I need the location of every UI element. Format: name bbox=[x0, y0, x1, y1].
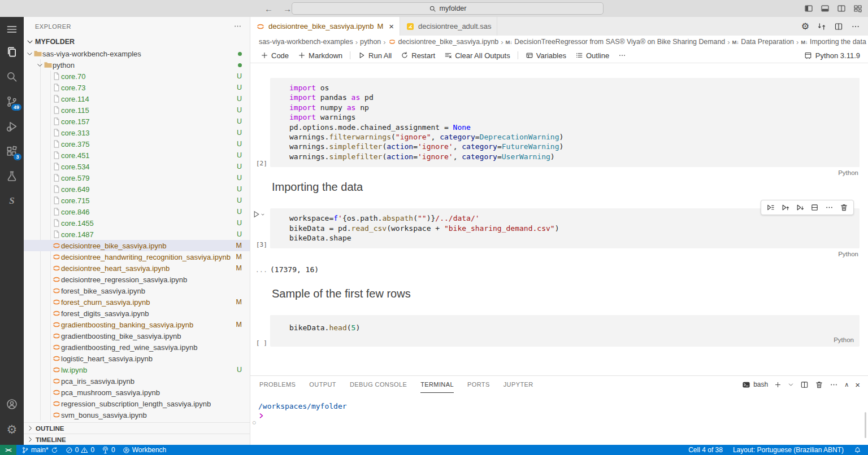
tree-item-gradientboosting_red_wine_sasviya.ipynb[interactable]: gradientboosting_red_wine_sasviya.ipynb bbox=[24, 342, 250, 353]
code-cell[interactable]: workspace=f'{os.path.abspath("")}/../dat… bbox=[270, 208, 860, 248]
tree-item-pca_mushroom_sasviya.ipynb[interactable]: pca_mushroom_sasviya.ipynb bbox=[24, 387, 250, 398]
terminal[interactable]: /workspaces/myfolder ○ bbox=[250, 393, 868, 445]
close-panel-icon[interactable]: × bbox=[855, 380, 860, 390]
tree-item-core.649[interactable]: core.649U bbox=[24, 183, 250, 195]
toolbar-run-all-button[interactable]: Run All bbox=[353, 48, 396, 63]
markdown-cell[interactable]: Sample of the first few rows bbox=[272, 287, 860, 300]
keyboard-layout-status[interactable]: Layout: Portuguese (Brazilian ABNT) bbox=[733, 446, 844, 454]
panel-tab-terminal[interactable]: TERMINAL bbox=[420, 376, 454, 393]
code-cell[interactable]: import osimport pandas as pdimport numpy… bbox=[270, 78, 860, 167]
activity-bar-sas-extension[interactable]: S bbox=[0, 189, 24, 213]
tree-item-decisiontree_bike_sasviya.ipynb[interactable]: decisiontree_bike_sasviya.ipynbM bbox=[24, 240, 250, 251]
tree-item-gradientboosting_bike_sasviya.ipynb[interactable]: gradientboosting_bike_sasviya.ipynb bbox=[24, 330, 250, 342]
breadcrumb-item[interactable]: decisiontree_bike_sasviya.ipynb bbox=[388, 38, 499, 46]
toolbar-add-code-button[interactable]: Code bbox=[256, 48, 293, 63]
tree-item-core.70[interactable]: core.70U bbox=[24, 71, 250, 82]
activity-bar-extensions[interactable]: 3 bbox=[0, 139, 24, 164]
editor-tab-decisiontree_bike_sasviya.ipynb[interactable]: decisiontree_bike_sasviya.ipynbM× bbox=[250, 17, 400, 36]
ports-status[interactable]: 0 bbox=[102, 446, 115, 454]
kernel-picker[interactable]: Python 3.11.9 bbox=[804, 51, 868, 60]
command-center-search[interactable]: myfolder bbox=[292, 2, 604, 15]
tree-item-gradientboosting_banking_sasviya.ipynb[interactable]: gradientboosting_banking_sasviya.ipynbM bbox=[24, 319, 250, 330]
markdown-cell[interactable]: Importing the data bbox=[272, 181, 860, 194]
panel-tab-debug-console[interactable]: DEBUG CONSOLE bbox=[350, 376, 407, 393]
breadcrumb-item[interactable]: M↓Importing the data bbox=[801, 38, 866, 46]
terminal-shell-selector[interactable]: bash bbox=[742, 380, 768, 389]
tree-item-core.451[interactable]: core.451U bbox=[24, 150, 250, 161]
maximize-panel-icon[interactable]: ∧ bbox=[844, 381, 849, 388]
problems-status[interactable]: 00 bbox=[66, 446, 94, 454]
tree-item-svm_bonus_sasviya.ipynb[interactable]: svm_bonus_sasviya.ipynb bbox=[24, 409, 250, 421]
cell-language-label[interactable]: Python bbox=[838, 169, 858, 176]
tree-item-core.715[interactable]: core.715U bbox=[24, 195, 250, 206]
sidebar-section-timeline[interactable]: TIMELINE bbox=[24, 434, 250, 445]
tree-item-core.579[interactable]: core.579U bbox=[24, 172, 250, 183]
close-tab-icon[interactable]: × bbox=[389, 21, 394, 31]
tree-item-core.115[interactable]: core.115U bbox=[24, 104, 250, 116]
breadcrumb-item[interactable]: python bbox=[360, 38, 381, 46]
editor-tab-decisiontree_adult.sas[interactable]: decisiontree_adult.sas bbox=[400, 17, 497, 36]
panel-tab-ports[interactable]: PORTS bbox=[467, 376, 490, 393]
panel-tab-jupyter[interactable]: JUPYTER bbox=[504, 376, 533, 393]
toolbar-clear-all-outputs-button[interactable]: Clear All Outputs bbox=[440, 48, 515, 63]
tree-item-core.1487[interactable]: core.1487U bbox=[24, 229, 250, 240]
tree-item-pca_iris_sasviya.ipynb[interactable]: pca_iris_sasviya.ipynb bbox=[24, 375, 250, 387]
tree-item-core.534[interactable]: core.534U bbox=[24, 161, 250, 172]
explorer-root-folder[interactable]: MYFOLDER bbox=[24, 36, 250, 48]
cell-position-status[interactable]: Cell 4 of 38 bbox=[688, 446, 723, 454]
tree-item-core.114[interactable]: core.114U bbox=[24, 93, 250, 104]
activity-bar-menu[interactable] bbox=[0, 19, 24, 40]
tree-item-sas-viya-workbench-examples[interactable]: sas-viya-workbench-examples bbox=[24, 48, 250, 59]
cell-language-label[interactable]: Python bbox=[838, 251, 858, 257]
run-cell-button[interactable] bbox=[252, 210, 265, 218]
toolbar-variables-button[interactable]: Variables bbox=[521, 48, 571, 63]
tree-item-core.313[interactable]: core.313U bbox=[24, 127, 250, 138]
tree-item-decisiontree_regression_sasviya.ipynb[interactable]: decisiontree_regression_sasviya.ipynb bbox=[24, 274, 250, 285]
activity-bar-search[interactable] bbox=[0, 64, 24, 89]
workbench-account-status[interactable]: Workbench bbox=[123, 446, 166, 454]
tree-item-lw.ipynb[interactable]: lw.ipynbU bbox=[24, 364, 250, 375]
tree-item-logistic_heart_sasviya.ipynb[interactable]: logistic_heart_sasviya.ipynb bbox=[24, 353, 250, 364]
toolbar-restart-button[interactable]: Restart bbox=[396, 48, 440, 63]
code-cell[interactable]: bikeData.head(5)[ ]Python bbox=[270, 315, 860, 346]
sidebar-section-outline[interactable]: OUTLINE bbox=[24, 422, 250, 434]
cell-language-label[interactable]: Python bbox=[834, 336, 854, 343]
notebook-settings-icon[interactable]: ⚙ bbox=[801, 22, 809, 31]
git-branch-status[interactable]: main* bbox=[21, 446, 58, 454]
breadcrumb-item[interactable]: sas-viya-workbench-examples bbox=[259, 38, 353, 46]
toolbar-outline-button[interactable]: Outline bbox=[571, 48, 614, 63]
tree-item-forest_churn_sasviya.ipynb[interactable]: forest_churn_sasviya.ipynbM bbox=[24, 296, 250, 308]
tree-item-decisiontree_heart_sasviya.ipynb[interactable]: decisiontree_heart_sasviya.ipynbM bbox=[24, 262, 250, 274]
activity-bar-settings[interactable]: ⚙ bbox=[0, 417, 24, 441]
command-decoration-icon[interactable]: ○ bbox=[253, 419, 255, 425]
activity-bar-explorer[interactable] bbox=[0, 40, 24, 64]
tree-item-core.846[interactable]: core.846U bbox=[24, 206, 250, 217]
toolbar-add-markdown-button[interactable]: Markdown bbox=[293, 48, 347, 63]
activity-bar-testing[interactable] bbox=[0, 164, 24, 189]
tree-item-core.73[interactable]: core.73U bbox=[24, 82, 250, 93]
remote-indicator[interactable]: >< bbox=[0, 445, 16, 455]
breadcrumb-item[interactable]: M↓Data Preparation bbox=[732, 38, 794, 46]
tree-item-forest_bike_sasviya.ipynb[interactable]: forest_bike_sasviya.ipynb bbox=[24, 285, 250, 296]
plus-icon bbox=[261, 51, 268, 59]
notifications-bell-icon[interactable] bbox=[854, 447, 861, 454]
panel-tab-output[interactable]: OUTPUT bbox=[309, 376, 336, 393]
panel-tab-problems[interactable]: PROBLEMS bbox=[259, 376, 296, 393]
tree-item-regression_subscription_length_sasviya.ipynb[interactable]: regression_subscription_length_sasviya.i… bbox=[24, 398, 250, 409]
tree-item-decisiontree_handwriting_recognition_sasviya.ipynb[interactable]: decisiontree_handwriting_recognition_sas… bbox=[24, 251, 250, 262]
activity-bar-source-control[interactable]: 49 bbox=[0, 89, 24, 114]
activity-bar-run-and-debug[interactable] bbox=[0, 114, 24, 139]
activity-bar-accounts[interactable] bbox=[0, 392, 24, 417]
tree-item-forest_digits_sasviya.ipynb[interactable]: forest_digits_sasviya.ipynb bbox=[24, 308, 250, 319]
tree-item-core.157[interactable]: core.157U bbox=[24, 116, 250, 127]
output-gutter[interactable]: ... bbox=[255, 266, 267, 274]
nav-back-icon[interactable]: ← bbox=[264, 4, 273, 14]
tree-item-core.1455[interactable]: core.1455U bbox=[24, 217, 250, 229]
tree-item-core.375[interactable]: core.375U bbox=[24, 138, 250, 150]
nav-forward-icon[interactable]: → bbox=[283, 4, 292, 14]
explorer-more-icon[interactable] bbox=[233, 22, 242, 30]
tree-item-python[interactable]: python bbox=[24, 59, 250, 71]
toolbar-more-actions-button[interactable] bbox=[614, 48, 631, 63]
terminal-scrollbar[interactable] bbox=[865, 412, 866, 438]
breadcrumb-item[interactable]: M↓DecisionTreeRegressor from SAS® Viya® … bbox=[506, 38, 726, 46]
